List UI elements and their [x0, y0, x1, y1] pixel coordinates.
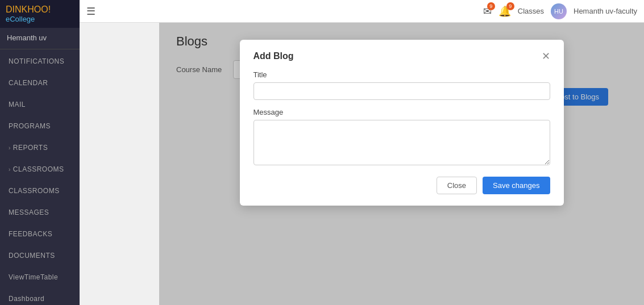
close-button[interactable]: Close	[437, 177, 477, 194]
close-icon[interactable]: ✕	[542, 51, 550, 61]
modal-footer: Close Save changes	[254, 177, 550, 194]
modal-overlay: Add Blog ✕ Title Message Close Save chan…	[159, 23, 644, 305]
sidebar-item-feedbacks[interactable]: FEEDBACKS	[0, 224, 80, 244]
bell-badge: 9	[506, 2, 514, 10]
modal-header: Add Blog ✕	[254, 51, 550, 61]
sidebar-item-reports[interactable]: › REPORTS	[0, 138, 80, 157]
add-blog-modal: Add Blog ✕ Title Message Close Save chan…	[240, 40, 564, 206]
logo-dinkhoo: DINKHOO!	[6, 5, 51, 15]
sidebar-item-classrooms-arrow[interactable]: › CLASSROOMS	[0, 160, 80, 179]
bell-icon-wrapper[interactable]: 🔔 9	[498, 5, 511, 18]
topbar: ☰ ✉ 9 🔔 9 Classes HU Hemanth uv-faculty	[80, 0, 644, 23]
sidebar-item-calendar[interactable]: CALENDAR	[0, 73, 80, 93]
save-changes-button[interactable]: Save changes	[483, 177, 550, 194]
hamburger-icon[interactable]: ☰	[86, 5, 95, 18]
topbar-right: ✉ 9 🔔 9 Classes HU Hemanth uv-faculty	[483, 3, 637, 19]
sidebar-item-programs[interactable]: PROGRAMS	[0, 116, 80, 136]
user-name: Hemanth uv-faculty	[574, 7, 637, 15]
sidebar-item-documents[interactable]: DOCUMENTS	[0, 246, 80, 265]
reports-arrow-icon: ›	[9, 145, 11, 151]
title-input[interactable]	[254, 82, 550, 100]
mail-badge: 9	[487, 2, 495, 10]
topbar-left: ☰	[86, 5, 95, 18]
logo: DINKHOO! eCollege	[0, 0, 80, 28]
sidebar-user: Hemanth uv	[0, 28, 80, 49]
modal-title: Add Blog	[254, 51, 294, 61]
sidebar-item-messages[interactable]: MESSAGES	[0, 203, 80, 222]
main-content: Blogs Course Name Applied Physics ▾ + Po…	[159, 23, 644, 305]
message-form-group: Message	[254, 108, 550, 168]
mail-icon-wrapper[interactable]: ✉ 9	[483, 5, 492, 18]
message-label: Message	[254, 108, 550, 116]
title-label: Title	[254, 70, 550, 79]
sidebar-item-notifications[interactable]: NOTIFICATIONS	[0, 52, 80, 71]
sidebar-item-classrooms[interactable]: CLASSROOMS	[0, 181, 80, 200]
logo-ecollege: eCollege	[6, 15, 51, 23]
sidebar: DINKHOO! eCollege Hemanth uv NOTIFICATIO…	[0, 0, 80, 305]
sidebar-item-dashboard[interactable]: Dashboard	[0, 289, 80, 305]
title-form-group: Title	[254, 70, 550, 100]
message-textarea[interactable]	[254, 120, 550, 165]
avatar: HU	[551, 3, 567, 19]
sidebar-item-mail[interactable]: MAIL	[0, 95, 80, 114]
sidebar-item-viewtimetable[interactable]: ViewTimeTable	[0, 268, 80, 287]
classrooms-arrow-icon: ›	[9, 166, 11, 173]
classes-link[interactable]: Classes	[518, 7, 544, 15]
